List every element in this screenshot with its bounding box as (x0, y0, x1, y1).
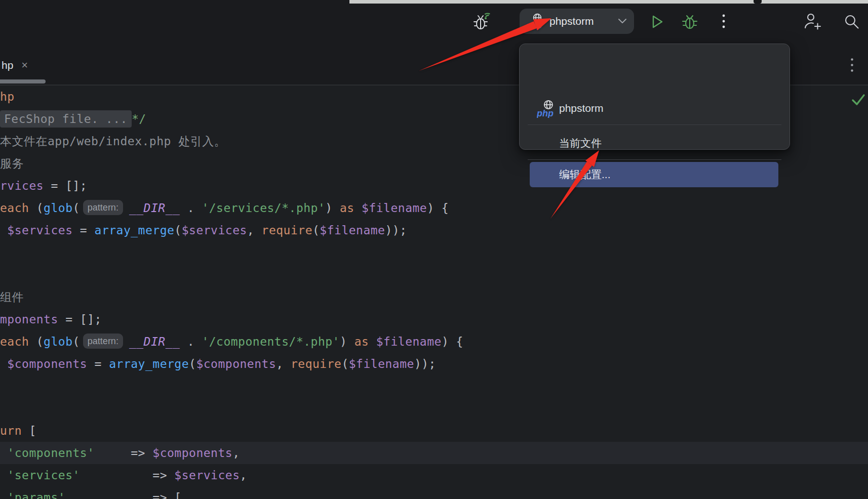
tab-index-php[interactable]: hp × (0, 51, 28, 80)
code-token-kw: require (291, 357, 341, 370)
code-token-var: $components (196, 357, 276, 370)
code-token-txt: , (240, 469, 247, 482)
code-token-tag: hp (0, 90, 15, 103)
code-line[interactable]: mponents = []; (0, 308, 868, 330)
run-button[interactable] (646, 11, 668, 33)
code-line[interactable]: 组件 (0, 286, 868, 308)
code-token-txt: , (247, 224, 262, 237)
code-token-txt: . (180, 335, 202, 348)
svg-text:php: php (527, 21, 542, 30)
code-token-var: rvices (0, 179, 44, 192)
debug-listener-icon (472, 12, 492, 32)
code-token-txt: ) { (442, 335, 463, 348)
code-line[interactable] (0, 397, 868, 420)
code-line[interactable]: each (glob(pattern:__DIR__ . '/component… (0, 330, 868, 353)
code-line[interactable]: 'services' => $services, (0, 464, 868, 486)
editor-options-kebab-icon (850, 58, 854, 73)
code-token-txt: ( (29, 201, 44, 215)
main-toolbar: php phpstorm (0, 0, 868, 46)
code-token-txt: = []; (44, 179, 87, 192)
inspections-widget[interactable] (851, 93, 866, 107)
code-token-txt: ) { (427, 201, 449, 215)
code-token-txt (369, 335, 376, 348)
menu-item-label: 编辑配置... (559, 168, 611, 182)
code-line[interactable]: 'components' => $components, (0, 442, 868, 464)
code-token-txt: ( (174, 224, 181, 237)
code-token-txt: )); (385, 224, 407, 237)
menu-item-edit-configurations[interactable]: 编辑配置... (530, 162, 778, 187)
code-token-fold: FecShop file. ... (0, 110, 132, 128)
code-token-txt (0, 357, 7, 370)
code-token-str: 'components' (7, 446, 94, 460)
code-token-var: $filename (320, 224, 385, 237)
code-line[interactable]: $components = array_merge($components, r… (0, 353, 868, 375)
code-token-fn: glob (44, 335, 72, 348)
code-token-txt: => (80, 469, 175, 482)
code-token-kw: as (354, 335, 369, 348)
tab-label: hp (2, 59, 13, 71)
code-token-fn: array_merge (109, 357, 189, 370)
code-token-var: $filename (362, 201, 427, 215)
code-token-kw: each (0, 335, 29, 348)
debug-button[interactable] (679, 11, 701, 33)
more-actions-button[interactable] (713, 11, 735, 33)
code-token-var: $filename (376, 335, 442, 348)
code-token-inlay: pattern: (83, 200, 123, 215)
code-token-txt: => [ (65, 491, 182, 499)
code-token-txt (0, 446, 7, 460)
debug-listener-button[interactable] (471, 11, 493, 33)
code-line[interactable]: each (glob(pattern:__DIR__ . '/services/… (0, 197, 868, 219)
php-run-config-icon: php (527, 13, 543, 30)
code-token-kw: urn (0, 424, 22, 437)
code-token-txt: [ (22, 424, 36, 437)
code-token-txt: ( (312, 224, 320, 237)
search-button[interactable] (841, 11, 863, 33)
code-token-txt: ) (340, 335, 354, 348)
run-configuration-chip[interactable]: php phpstorm (520, 9, 634, 34)
chevron-down-icon (618, 18, 627, 24)
code-token-foldend: */ (132, 112, 146, 126)
code-token-txt: = (72, 224, 94, 237)
tab-close-icon[interactable]: × (21, 60, 28, 71)
code-token-var: $services (7, 224, 72, 237)
code-line[interactable]: $services = array_merge($services, requi… (0, 219, 868, 241)
code-token-txt (0, 491, 7, 499)
code-token-kw: as (340, 201, 354, 215)
code-line[interactable] (0, 375, 868, 397)
code-token-cmt: 服务 (0, 157, 24, 170)
code-token-str: '/components/*.php' (202, 335, 340, 348)
code-token-txt: )); (414, 357, 436, 370)
code-token-txt: , (232, 446, 240, 460)
code-token-fn: glob (44, 201, 72, 215)
desktop-edge-notch (754, 0, 762, 4)
check-icon (851, 93, 866, 107)
code-token-txt (0, 224, 7, 237)
code-token-str: 'services' (7, 469, 80, 482)
code-token-cmt: 本文件在app/web/index.php 处引入。 (0, 135, 226, 148)
phpstorm-window: php phpstorm (0, 0, 868, 499)
code-line[interactable]: 'params' => [ (0, 486, 868, 499)
desktop-edge-strip (349, 0, 868, 4)
code-token-var: $components (7, 357, 87, 370)
debug-icon (681, 13, 698, 30)
code-line[interactable]: urn [ (0, 420, 868, 442)
code-line[interactable] (0, 264, 868, 286)
search-icon (844, 14, 860, 30)
code-token-kw: each (0, 201, 29, 215)
code-token-var: mponents (0, 313, 58, 326)
code-token-var: $filename (349, 357, 414, 370)
editor-options-button[interactable] (843, 54, 861, 76)
code-token-txt: , (276, 357, 291, 370)
code-token-kw: require (262, 224, 312, 237)
code-token-txt: ( (72, 201, 80, 215)
code-token-txt: . (180, 201, 202, 215)
code-line[interactable] (0, 241, 868, 264)
code-token-txt: = []; (58, 313, 102, 326)
active-tab-underline (0, 79, 46, 84)
add-user-button[interactable] (802, 11, 824, 33)
run-config-popup: php phpstorm 当前文件 编辑配置... (519, 44, 790, 150)
menu-separator (528, 159, 781, 160)
code-token-const: __DIR__ (129, 335, 180, 348)
run-configuration-label: phpstorm (549, 15, 594, 27)
code-token-txt: ( (72, 335, 80, 348)
